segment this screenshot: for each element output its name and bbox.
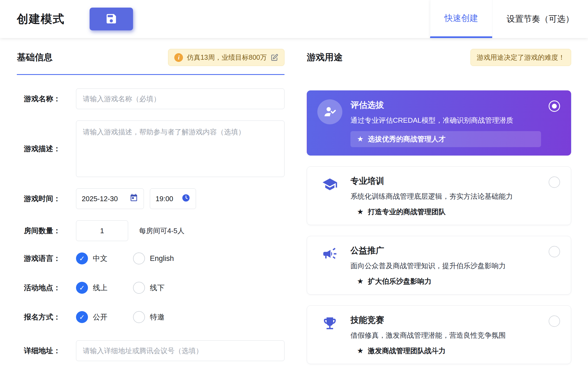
room-count-hint: 每房间可4-5人 <box>139 226 185 236</box>
save-button[interactable] <box>90 8 133 30</box>
purpose-card-assessment[interactable]: 评估选拔 通过专业评估CREDAL模型，准确识别商战管理潜质 ★ 选拔优秀的商战… <box>307 90 571 156</box>
card-tag-text: 打造专业的商战管理团队 <box>368 207 445 217</box>
purpose-card-competition[interactable]: 技能竞赛 借假修真，激发商战管理潜能，营造良性竞争氛围 ★ 激发商战管理团队战斗… <box>307 305 571 364</box>
radio-location-offline[interactable]: 线下 <box>133 282 165 294</box>
game-time-row: 游戏时间： 2025-12-30 19:00 <box>17 188 284 209</box>
edit-icon[interactable] <box>271 54 278 61</box>
radio-unchecked-icon <box>133 282 145 294</box>
card-tag: ★ 激发商战管理团队战斗力 <box>350 346 541 356</box>
game-purpose-section: 游戏用途 游戏用途决定了游戏的难度！ 评估选拔 通过专业评估CREDAL模型，准… <box>307 49 571 373</box>
card-tag: ★ 打造专业的商战管理团队 <box>350 207 541 217</box>
tab-set-pace[interactable]: 设置节奏（可选） <box>492 0 588 38</box>
language-row: 游戏语言： ✓ 中文 English <box>17 252 284 264</box>
difficulty-badge: 游戏用途决定了游戏的难度！ <box>470 49 571 66</box>
person-check-icon <box>317 99 342 124</box>
room-count-row: 房间数量： 每房间可4-5人 <box>17 220 284 241</box>
radio-signup-public-label: 公开 <box>93 312 108 322</box>
basic-info-title: 基础信息 <box>17 51 53 64</box>
card-tag: ★ 扩大伯乐沙盘影响力 <box>350 277 541 286</box>
room-count-input[interactable] <box>76 220 128 241</box>
card-desc: 借假修真，激发商战管理潜能，营造良性竞争氛围 <box>350 331 541 340</box>
signup-label: 报名方式： <box>24 312 76 322</box>
difficulty-badge-text: 游戏用途决定了游戏的难度！ <box>477 53 565 62</box>
tab-quick-create[interactable]: 快速创建 <box>430 0 492 38</box>
radio-publicity[interactable] <box>549 246 560 257</box>
star-icon: ★ <box>357 278 363 285</box>
radio-language-chinese[interactable]: ✓ 中文 <box>76 252 108 264</box>
card-title: 技能竞赛 <box>350 314 541 326</box>
radio-language-english-label: English <box>150 254 174 263</box>
graduation-cap-icon <box>322 176 338 192</box>
radio-checked-icon: ✓ <box>76 252 88 264</box>
card-desc: 面向公众普及商战管理知识，提升伯乐沙盘影响力 <box>350 261 541 271</box>
radio-signup-invite[interactable]: 特邀 <box>133 311 165 323</box>
time-value: 19:00 <box>156 195 173 203</box>
date-picker[interactable]: 2025-12-30 <box>76 188 144 209</box>
megaphone-icon <box>322 246 338 262</box>
star-icon: ★ <box>357 347 363 355</box>
radio-location-online[interactable]: ✓ 线上 <box>76 282 108 294</box>
header-tabs: 快速创建 设置节奏（可选） <box>430 0 588 38</box>
star-icon: ★ <box>357 135 363 143</box>
card-desc: 系统化训练商战管理底层逻辑，夯实方法论基础能力 <box>350 192 541 201</box>
radio-signup-invite-label: 特邀 <box>150 312 165 322</box>
radio-training[interactable] <box>549 176 560 188</box>
star-icon: ★ <box>357 208 363 216</box>
card-tag-text: 激发商战管理团队战斗力 <box>368 346 445 356</box>
radio-checked-icon: ✓ <box>76 282 88 294</box>
save-icon <box>105 12 118 26</box>
time-picker[interactable]: 19:00 <box>150 188 196 209</box>
address-row: 详细地址： <box>17 340 284 361</box>
address-input[interactable] <box>76 340 284 361</box>
signup-row: 报名方式： ✓ 公开 特邀 <box>17 311 284 323</box>
radio-assessment-selected[interactable] <box>549 100 560 112</box>
language-label: 游戏语言： <box>24 254 76 263</box>
date-value: 2025-12-30 <box>82 195 118 203</box>
header: 创建模式 快速创建 设置节奏（可选） <box>0 0 588 38</box>
trophy-icon <box>322 315 338 331</box>
page-title: 创建模式 <box>17 11 65 27</box>
card-tag: ★ 选拔优秀的商战管理人才 <box>350 131 541 147</box>
radio-location-offline-label: 线下 <box>150 283 165 293</box>
card-title: 公益推广 <box>350 245 541 256</box>
clock-icon <box>182 194 190 204</box>
game-time-label: 游戏时间： <box>24 194 76 204</box>
radio-language-chinese-label: 中文 <box>93 254 108 263</box>
simulation-target-text: 仿真13周，业绩目标800万 <box>187 53 267 62</box>
game-desc-label: 游戏描述： <box>24 144 76 154</box>
calendar-icon <box>129 194 138 204</box>
purpose-card-publicity[interactable]: 公益推广 面向公众普及商战管理知识，提升伯乐沙盘影响力 ★ 扩大伯乐沙盘影响力 <box>307 236 571 295</box>
card-title: 评估选拔 <box>350 99 541 111</box>
room-count-label: 房间数量： <box>24 226 76 236</box>
radio-signup-public[interactable]: ✓ 公开 <box>76 311 108 323</box>
card-tag-text: 扩大伯乐沙盘影响力 <box>368 277 431 286</box>
card-tag-text: 选拔优秀的商战管理人才 <box>368 134 445 144</box>
address-label: 详细地址： <box>24 346 76 356</box>
radio-unchecked-icon <box>133 311 145 323</box>
game-name-input[interactable] <box>76 88 284 109</box>
radio-unchecked-icon <box>133 252 145 264</box>
game-purpose-title: 游戏用途 <box>307 51 343 64</box>
location-row: 活动地点： ✓ 线上 线下 <box>17 282 284 294</box>
radio-location-online-label: 线上 <box>93 283 108 293</box>
card-desc: 通过专业评估CREDAL模型，准确识别商战管理潜质 <box>350 116 541 125</box>
radio-language-english[interactable]: English <box>133 252 174 264</box>
main-content: 基础信息 i 仿真13周，业绩目标800万 游戏名称： 游戏描述： 游戏时间： … <box>0 38 588 373</box>
card-title: 专业培训 <box>350 175 541 187</box>
game-desc-row: 游戏描述： <box>17 121 284 177</box>
game-name-label: 游戏名称： <box>24 94 76 104</box>
info-icon: i <box>174 53 183 62</box>
simulation-target-badge: i 仿真13周，业绩目标800万 <box>168 49 284 66</box>
game-desc-textarea[interactable] <box>76 121 284 177</box>
radio-competition[interactable] <box>549 315 560 327</box>
location-label: 活动地点： <box>24 283 76 293</box>
purpose-card-training[interactable]: 专业培训 系统化训练商战管理底层逻辑，夯实方法论基础能力 ★ 打造专业的商战管理… <box>307 166 571 225</box>
game-name-row: 游戏名称： <box>17 88 284 109</box>
radio-checked-icon: ✓ <box>76 311 88 323</box>
basic-info-section: 基础信息 i 仿真13周，业绩目标800万 游戏名称： 游戏描述： 游戏时间： … <box>17 49 284 373</box>
